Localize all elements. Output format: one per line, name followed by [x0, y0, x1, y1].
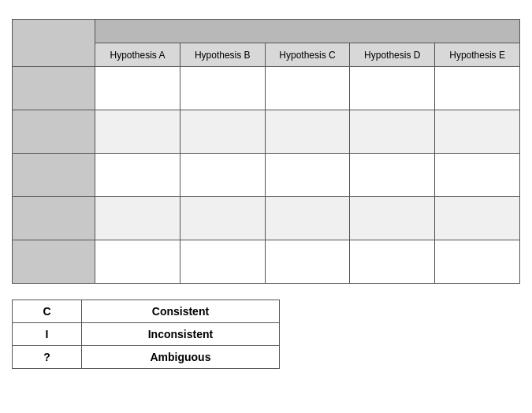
legend-row-2: ?Ambiguous	[13, 346, 280, 369]
matrix-cell-3-2[interactable]	[265, 197, 350, 240]
evidence-cell-3[interactable]	[13, 197, 95, 240]
matrix-row	[13, 154, 520, 197]
col-header-0: Hypothesis A	[95, 43, 180, 67]
matrix-cell-4-2[interactable]	[265, 240, 350, 284]
matrix-cell-0-4[interactable]	[435, 67, 520, 110]
legend-row-1: IInconsistent	[13, 323, 280, 346]
matrix-cell-2-4[interactable]	[435, 154, 520, 197]
matrix-cell-1-4[interactable]	[435, 110, 520, 154]
matrix-row	[13, 197, 520, 240]
matrix-cell-2-3[interactable]	[350, 154, 435, 197]
matrix-cell-1-3[interactable]	[350, 110, 435, 154]
matrix-cell-0-2[interactable]	[265, 67, 350, 110]
legend-symbol-2: ?	[13, 346, 82, 369]
matrix-row	[13, 110, 520, 154]
matrix-cell-1-2[interactable]	[265, 110, 350, 154]
matrix-cell-1-1[interactable]	[180, 110, 265, 154]
matrix-cell-2-0[interactable]	[95, 154, 180, 197]
legend-row-0: CConsistent	[13, 300, 280, 323]
matrix-cell-3-3[interactable]	[350, 197, 435, 240]
legend-meaning-0: Consistent	[81, 300, 279, 323]
legend-table: CConsistentIInconsistent?Ambiguous	[12, 300, 280, 369]
matrix-cell-1-0[interactable]	[95, 110, 180, 154]
evidence-cell-2[interactable]	[13, 154, 95, 197]
matrix-cell-3-1[interactable]	[180, 197, 265, 240]
legend-meaning-2: Ambiguous	[81, 346, 279, 369]
matrix-cell-0-0[interactable]	[95, 67, 180, 110]
evidence-cell-0[interactable]	[13, 67, 95, 110]
col-header-1: Hypothesis B	[180, 43, 265, 67]
col-header-4: Hypothesis E	[435, 43, 520, 67]
col-header-3: Hypothesis D	[350, 43, 435, 67]
matrix-cell-3-4[interactable]	[435, 197, 520, 240]
legend-meaning-1: Inconsistent	[81, 323, 279, 346]
evidence-cell-4[interactable]	[13, 240, 95, 284]
matrix-cell-2-2[interactable]	[265, 154, 350, 197]
evidence-header	[13, 20, 95, 67]
matrix-row	[13, 240, 520, 284]
legend-body: CConsistentIInconsistent?Ambiguous	[13, 300, 280, 369]
matrix-row	[13, 67, 520, 110]
matrix-cell-3-0[interactable]	[95, 197, 180, 240]
legend-symbol-1: I	[13, 323, 82, 346]
matrix-cell-0-3[interactable]	[350, 67, 435, 110]
matrix-cell-0-1[interactable]	[180, 67, 265, 110]
matrix-cell-2-1[interactable]	[180, 154, 265, 197]
matrix-cell-4-4[interactable]	[435, 240, 520, 284]
hypothesis-matrix-table: Hypothesis AHypothesis BHypothesis CHypo…	[12, 19, 520, 284]
col-header-2: Hypothesis C	[265, 43, 350, 67]
matrix-body	[13, 67, 520, 284]
matrix-cell-4-1[interactable]	[180, 240, 265, 284]
hypotheses-header	[95, 20, 520, 43]
matrix-cell-4-3[interactable]	[350, 240, 435, 284]
matrix-cell-4-0[interactable]	[95, 240, 180, 284]
legend-symbol-0: C	[13, 300, 82, 323]
evidence-cell-1[interactable]	[13, 110, 95, 154]
